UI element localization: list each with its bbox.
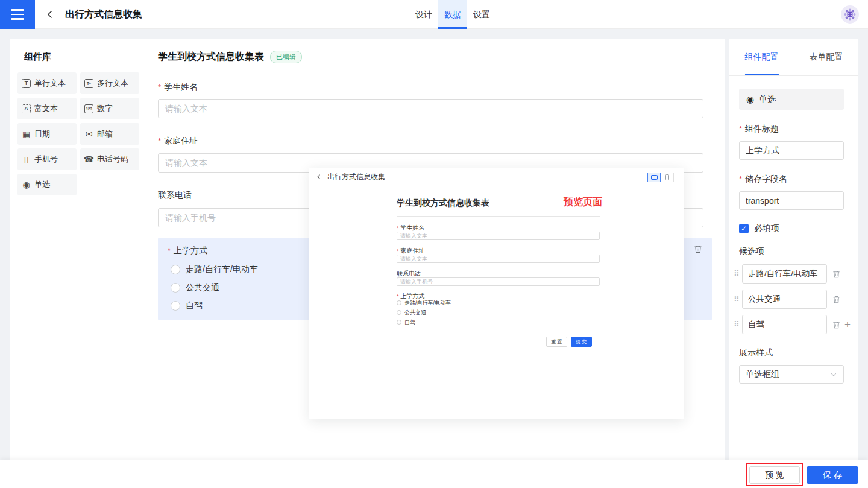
mobile-view-button[interactable]	[661, 173, 674, 182]
preview-label-contact-phone: 联系电话	[397, 270, 421, 278]
radio-button-icon[interactable]	[397, 310, 401, 315]
drag-handle-icon[interactable]: ⠿	[734, 294, 738, 303]
library-item-phone[interactable]: ☎ 电话号码	[80, 148, 139, 170]
option-input-3[interactable]	[742, 315, 827, 334]
preview-form-title: 学生到校方式信息收集表	[397, 198, 489, 209]
library-item-label: 单选	[34, 179, 50, 190]
field-label-student-name: *学生姓名	[158, 82, 198, 93]
library-item-label: 多行文本	[97, 78, 128, 89]
component-title-input[interactable]	[739, 141, 844, 160]
chevron-down-icon	[830, 371, 837, 378]
delete-option-button[interactable]	[831, 294, 841, 305]
config-tabs: 组件配置 表单配置	[729, 39, 858, 76]
library-item-label: 电话号码	[97, 154, 128, 165]
required-asterisk: *	[158, 83, 161, 92]
required-checkbox-label: 必填项	[754, 223, 779, 234]
delete-option-button[interactable]	[831, 269, 841, 279]
library-item-label: 邮箱	[97, 128, 113, 139]
radio-icon: ◉	[22, 180, 31, 189]
drag-handle-icon[interactable]: ⠿	[734, 320, 738, 329]
canvas-header: 学生到校方式信息收集表 已编辑	[158, 51, 302, 63]
library-item-multi-text[interactable]: T≡ 多行文本	[80, 72, 139, 94]
hamburger-icon	[11, 9, 24, 11]
chevron-left-icon	[316, 174, 322, 180]
radio-option-self-drive[interactable]: 自驾	[171, 300, 203, 312]
hamburger-menu-button[interactable]	[0, 0, 35, 29]
mobile-icon	[665, 174, 669, 180]
back-button[interactable]	[43, 8, 57, 21]
annotation-text: 预览页面	[564, 196, 602, 209]
footer-bar: 预 览 保 存	[0, 460, 868, 488]
app-window: 出行方式信息收集 设计 数据 设置 组件库 T 单行文本	[0, 0, 868, 488]
radio-button-icon[interactable]	[171, 283, 180, 293]
radio-button-icon[interactable]	[397, 320, 401, 325]
display-style-select[interactable]: 单选框组	[739, 365, 844, 384]
library-title: 组件库	[24, 51, 51, 63]
trash-icon	[832, 320, 841, 329]
desktop-view-button[interactable]	[647, 173, 661, 182]
app-logo-icon[interactable]	[841, 5, 859, 24]
trash-icon	[832, 270, 841, 279]
trash-icon	[693, 244, 703, 254]
option-input-2[interactable]	[742, 290, 827, 309]
library-item-label: 日期	[34, 128, 50, 139]
delete-component-button[interactable]	[693, 244, 703, 255]
option-input-1[interactable]	[742, 264, 827, 284]
preview-radio-option-public-transport[interactable]: 公共交通	[397, 309, 426, 316]
preview-home-address-input[interactable]: 请输入文本	[397, 255, 600, 263]
preview-radio-option-walk[interactable]: 走路/自行车/电动车	[397, 299, 451, 306]
option-row: ⠿ +	[729, 315, 858, 334]
component-type-chip: ◉ 单选	[739, 89, 844, 110]
mobile-phone-icon: ▯	[22, 154, 31, 164]
delete-option-button[interactable]	[831, 320, 841, 330]
desktop-icon	[651, 175, 658, 180]
library-item-label: 手机号	[34, 154, 58, 165]
active-tab-underline	[745, 74, 779, 75]
storage-field-label: *储存字段名	[739, 174, 787, 185]
radio-button-icon[interactable]	[171, 301, 180, 311]
save-button[interactable]: 保 存	[807, 466, 858, 484]
tab-form-config[interactable]: 表单配置	[794, 39, 858, 75]
preview-submit-button[interactable]: 提 交	[571, 337, 592, 347]
library-item-mobile[interactable]: ▯ 手机号	[17, 148, 77, 170]
student-name-input[interactable]	[158, 99, 703, 118]
option-row: ⠿	[729, 264, 858, 284]
options-section-label: 候选项	[739, 246, 764, 257]
radio-button-icon[interactable]	[397, 300, 401, 305]
form-title: 学生到校方式信息收集表	[158, 51, 264, 63]
preview-contact-phone-input[interactable]: 请输入手机号	[397, 277, 600, 286]
library-item-email[interactable]: ✉ 邮箱	[80, 123, 139, 145]
preview-header: 出行方式信息收集	[309, 168, 684, 186]
library-item-single-text[interactable]: T 单行文本	[17, 72, 77, 94]
chevron-left-icon	[45, 10, 55, 19]
preview-back-title: 出行方式信息收集	[327, 172, 385, 182]
required-checkbox-row[interactable]: ✓ 必填项	[739, 223, 779, 234]
edited-status-badge: 已编辑	[270, 51, 302, 63]
preview-reset-button[interactable]: 重 置	[546, 337, 567, 347]
radio-button-icon[interactable]	[171, 265, 180, 274]
preview-student-name-input[interactable]: 请输入文本	[397, 232, 600, 240]
radio-option-walk[interactable]: 走路/自行车/电动车	[171, 264, 258, 276]
component-type-label: 单选	[759, 94, 776, 105]
library-item-number[interactable]: 123 数字	[80, 98, 139, 119]
drag-handle-icon[interactable]: ⠿	[734, 269, 738, 278]
storage-field-input[interactable]	[739, 191, 844, 210]
library-item-label: 数字	[97, 103, 113, 114]
tab-settings[interactable]: 设置	[467, 0, 496, 29]
tab-data[interactable]: 数据	[438, 0, 467, 29]
checkbox-checked-icon[interactable]: ✓	[739, 224, 749, 233]
tab-component-config[interactable]: 组件配置	[729, 39, 794, 75]
library-item-date[interactable]: ▦ 日期	[17, 123, 77, 145]
library-item-radio[interactable]: ◉ 单选	[17, 174, 77, 195]
preview-radio-option-self-drive[interactable]: 自驾	[397, 318, 415, 326]
add-option-button[interactable]: +	[844, 318, 851, 331]
library-item-rich-text[interactable]: A 富文本	[17, 98, 77, 119]
divider	[397, 216, 600, 217]
preview-back-button[interactable]	[315, 173, 323, 181]
single-line-text-icon: T	[22, 79, 31, 88]
required-asterisk: *	[168, 246, 171, 255]
preview-button[interactable]: 预 览	[749, 466, 800, 484]
tab-design[interactable]: 设计	[409, 0, 438, 29]
radio-option-public-transport[interactable]: 公共交通	[171, 282, 219, 294]
option-row: ⠿	[729, 290, 858, 309]
